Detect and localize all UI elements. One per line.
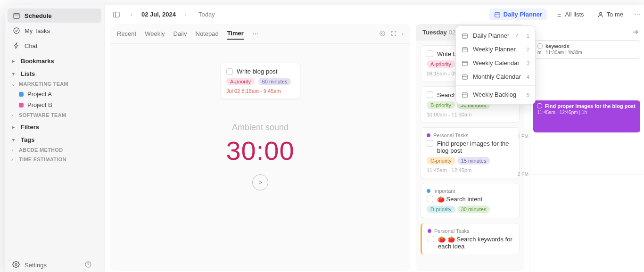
duration-pill: 60 minutes bbox=[258, 78, 291, 85]
task-checkbox[interactable] bbox=[427, 196, 433, 202]
task-category: Personal Tasks bbox=[427, 132, 513, 138]
calendar-icon bbox=[462, 91, 468, 98]
priority-pill: C-priority bbox=[427, 157, 455, 165]
view-dropdown: Daily Planner✓1Weekly Planner2Weekly Cal… bbox=[455, 25, 536, 105]
settings-icon[interactable] bbox=[379, 30, 386, 37]
task-time: 10:00am - 11:30am bbox=[427, 112, 513, 117]
nav-mytasks-label: My Tasks bbox=[25, 27, 50, 34]
duration-pill: 15 minutes bbox=[457, 157, 490, 165]
caret-down-icon: ⌄ bbox=[11, 82, 17, 87]
task-title: 🍅 🍅 Search keywords for each idea bbox=[438, 236, 513, 250]
priority-pill: A-priority bbox=[427, 60, 455, 68]
task-card[interactable]: Personal Tasks🍅 🍅 Search keywords for ea… bbox=[421, 223, 520, 255]
tag-abcde[interactable]: ›ABCDE METHOD bbox=[8, 145, 101, 155]
prev-day-button[interactable]: ‹ bbox=[126, 9, 137, 20]
svg-rect-8 bbox=[462, 47, 468, 51]
check-icon: ✓ bbox=[515, 33, 519, 39]
nav-chat[interactable]: Chat bbox=[8, 39, 101, 53]
priority-pill: B-priority bbox=[427, 101, 455, 109]
tab-weekly[interactable]: Weekly bbox=[145, 28, 165, 39]
event-checkbox[interactable] bbox=[537, 103, 542, 108]
task-checkbox[interactable] bbox=[428, 236, 434, 242]
dropdown-item[interactable]: Weekly Backlog5 bbox=[456, 88, 535, 101]
calendar-icon bbox=[12, 11, 21, 20]
project-b[interactable]: Project B bbox=[8, 99, 101, 110]
nav-chat-label: Chat bbox=[25, 42, 37, 49]
sidebar: Schedule My Tasks Chat ▸Bookmarks ▾Lists… bbox=[5, 5, 105, 272]
task-card[interactable]: Personal TasksFind proper images for the… bbox=[421, 127, 520, 178]
daily-planner-button[interactable]: Daily Planner bbox=[489, 8, 547, 20]
task-checkbox[interactable] bbox=[427, 50, 433, 57]
task-title: 🍅 Search intent bbox=[437, 196, 482, 203]
event-images[interactable]: Find proper images for the blog post 11:… bbox=[533, 100, 640, 132]
calendar-icon bbox=[462, 74, 468, 80]
task-title: Write blog post bbox=[237, 68, 277, 75]
nav-filters[interactable]: ▸Filters bbox=[8, 120, 101, 132]
help-icon[interactable] bbox=[84, 261, 93, 269]
calendar-panel: keywords m - 11:30am | 1h30m 12 PM 1 PM … bbox=[530, 24, 643, 271]
next-day-button[interactable]: › bbox=[181, 9, 191, 20]
task-title: Find proper images for the blog post bbox=[437, 140, 513, 154]
task-time: 11:45am - 12:45pm bbox=[427, 167, 513, 173]
dropdown-item[interactable]: Weekly Calendar3 bbox=[456, 56, 535, 70]
svg-rect-10 bbox=[462, 74, 468, 79]
list-icon bbox=[555, 11, 562, 18]
task-checkbox[interactable] bbox=[427, 140, 433, 147]
nav-tags[interactable]: ▾Tags bbox=[8, 132, 101, 145]
dropdown-item[interactable]: Weekly Planner2 bbox=[456, 42, 535, 56]
tab-timer[interactable]: Timer bbox=[227, 28, 244, 40]
next-icon[interactable]: › bbox=[402, 30, 404, 37]
caret-down-icon: ▾ bbox=[12, 71, 18, 76]
group-marketing[interactable]: ⌄MARKETING TEAM bbox=[8, 79, 101, 89]
bolt-icon bbox=[12, 41, 21, 50]
nav-bookmarks[interactable]: ▸Bookmarks bbox=[8, 54, 101, 66]
calendar-icon bbox=[462, 33, 468, 39]
dropdown-item[interactable]: Daily Planner✓1 bbox=[456, 29, 535, 42]
priority-pill: A-priority bbox=[226, 78, 255, 85]
event-checkbox[interactable] bbox=[537, 43, 543, 49]
calendar-body[interactable]: keywords m - 11:30am | 1h30m 12 PM 1 PM … bbox=[530, 40, 643, 271]
more-tabs-icon[interactable]: ⋯ bbox=[252, 28, 258, 39]
tab-daily[interactable]: Daily bbox=[173, 28, 187, 39]
svg-rect-4 bbox=[114, 12, 119, 17]
project-color-icon bbox=[19, 92, 24, 97]
group-software[interactable]: ›SOFTWARE TEAM bbox=[8, 110, 101, 120]
project-a[interactable]: Project A bbox=[8, 89, 101, 99]
nav-schedule-label: Schedule bbox=[25, 12, 52, 19]
expand-icon[interactable] bbox=[390, 30, 397, 37]
caret-right-icon: › bbox=[11, 157, 17, 162]
tab-notepad[interactable]: Notepad bbox=[196, 28, 219, 39]
task-card[interactable]: Important🍅 Search intentD-priority30 min… bbox=[421, 183, 520, 218]
tabbar: Recent Weekly Daily Notepad Timer ⋯ › bbox=[110, 24, 410, 44]
dropdown-item[interactable]: Monthly Calendar4 bbox=[456, 70, 535, 83]
category-color-icon bbox=[427, 133, 430, 137]
tag-timeest[interactable]: ›TIME ESTIMATION bbox=[8, 155, 101, 164]
more-icon[interactable]: ⋯ bbox=[632, 9, 642, 20]
timer-task-card[interactable]: Write blog post A-priority 60 minutes Ju… bbox=[220, 63, 300, 99]
nav-mytasks[interactable]: My Tasks bbox=[8, 24, 101, 38]
nav-lists[interactable]: ▾Lists bbox=[8, 66, 101, 79]
caret-right-icon: › bbox=[11, 113, 17, 118]
collapse-icon[interactable] bbox=[632, 28, 639, 36]
tab-recent[interactable]: Recent bbox=[117, 28, 136, 39]
task-time-meta: Jul 02 8:15am - 9:45am bbox=[226, 88, 294, 94]
task-checkbox[interactable] bbox=[427, 91, 433, 98]
task-checkbox[interactable] bbox=[226, 68, 233, 75]
to-me-button[interactable]: To me bbox=[593, 8, 628, 20]
today-button[interactable]: Today bbox=[198, 11, 215, 18]
event-keywords[interactable]: keywords m - 11:30am | 1h30m bbox=[533, 40, 640, 59]
task-category: Personal Tasks bbox=[428, 228, 513, 234]
sidebar-toggle-icon[interactable] bbox=[111, 9, 122, 20]
play-button[interactable] bbox=[252, 174, 268, 190]
svg-point-1 bbox=[14, 28, 19, 33]
project-color-icon bbox=[19, 103, 24, 107]
settings-button[interactable]: Settings bbox=[12, 261, 47, 269]
main: ‹ 02 Jul, 2024 › Today Daily Planner All… bbox=[105, 5, 644, 272]
all-lists-button[interactable]: All lists bbox=[551, 8, 588, 20]
nav-schedule[interactable]: Schedule bbox=[8, 8, 101, 23]
priority-pill: D-priority bbox=[427, 206, 455, 213]
calendar-icon bbox=[494, 11, 501, 18]
svg-rect-9 bbox=[462, 61, 468, 65]
hour-label: 2 PM bbox=[514, 172, 528, 177]
ambient-sound-label[interactable]: Ambient sound bbox=[232, 123, 289, 132]
